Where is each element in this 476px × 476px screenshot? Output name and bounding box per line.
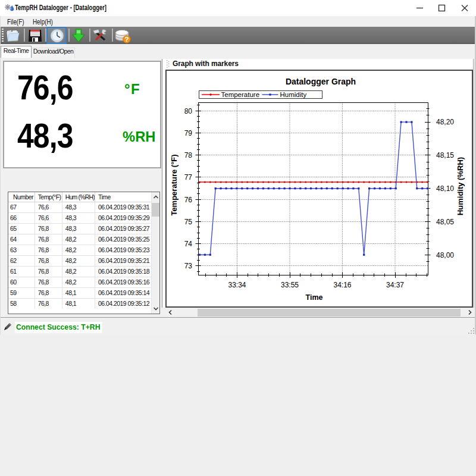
svg-text:34:16: 34:16 bbox=[333, 281, 351, 289]
svg-text:?: ? bbox=[124, 36, 129, 43]
svg-text:33:55: 33:55 bbox=[281, 281, 299, 289]
svg-text:48,15: 48,15 bbox=[436, 151, 454, 159]
svg-text:Time: Time bbox=[306, 293, 323, 302]
svg-text:Humidity: Humidity bbox=[280, 91, 307, 98]
svg-text:77: 77 bbox=[184, 173, 193, 181]
svg-text:Temperature: Temperature bbox=[221, 91, 260, 98]
svg-text:73: 73 bbox=[184, 262, 193, 270]
svg-text:Humidity (%RH): Humidity (%RH) bbox=[456, 157, 465, 215]
svg-text:48,00: 48,00 bbox=[436, 251, 454, 259]
svg-text:Temperature (°F): Temperature (°F) bbox=[170, 154, 178, 215]
svg-text:76: 76 bbox=[184, 196, 193, 204]
svg-text:48,05: 48,05 bbox=[436, 218, 454, 226]
svg-text:80: 80 bbox=[184, 107, 193, 115]
svg-text:79: 79 bbox=[184, 129, 193, 137]
svg-text:78: 78 bbox=[184, 151, 193, 159]
svg-text:48,20: 48,20 bbox=[436, 118, 454, 126]
svg-text:33:34: 33:34 bbox=[228, 281, 246, 289]
svg-text:34:37: 34:37 bbox=[386, 281, 404, 289]
svg-text:48,10: 48,10 bbox=[436, 184, 454, 193]
svg-text:74: 74 bbox=[184, 240, 193, 248]
svg-text:75: 75 bbox=[184, 218, 193, 226]
svg-text:Datalogger Graph: Datalogger Graph bbox=[286, 77, 356, 86]
